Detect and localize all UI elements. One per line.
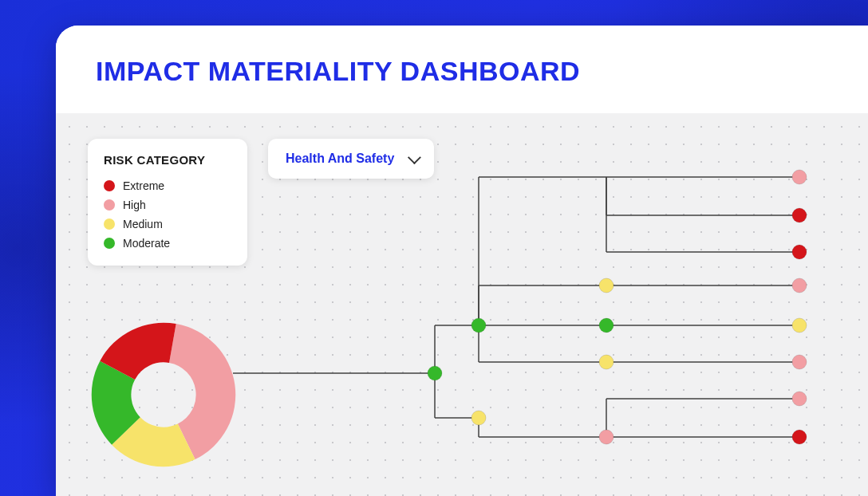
tree-node[interactable] bbox=[599, 318, 614, 333]
legend-item-label: High bbox=[123, 199, 146, 211]
legend-item: Moderate bbox=[104, 234, 231, 253]
risk-legend-card: RISK CATEGORY ExtremeHighMediumModerate bbox=[88, 139, 247, 266]
tree-node[interactable] bbox=[792, 278, 807, 293]
legend-swatch-icon bbox=[104, 180, 115, 191]
legend-item-label: Moderate bbox=[123, 237, 170, 250]
dashboard-body: RISK CATEGORY ExtremeHighMediumModerate … bbox=[56, 113, 868, 496]
legend-item-label: Medium bbox=[123, 218, 163, 230]
legend-swatch-icon bbox=[104, 218, 115, 230]
dashboard-header: IMPACT MATERIALITY DASHBOARD bbox=[56, 26, 868, 109]
legend-item: High bbox=[104, 195, 231, 215]
legend-swatch-icon bbox=[104, 199, 115, 211]
tree-node[interactable] bbox=[792, 170, 807, 184]
page-title: IMPACT MATERIALITY DASHBOARD bbox=[96, 56, 828, 87]
legend-item-label: Extreme bbox=[123, 179, 164, 192]
tree-node[interactable] bbox=[599, 355, 614, 369]
tree-node[interactable] bbox=[792, 355, 807, 369]
legend-item: Extreme bbox=[104, 176, 231, 195]
tree-node[interactable] bbox=[471, 411, 486, 425]
tree-node[interactable] bbox=[428, 366, 442, 380]
category-dropdown-label: Health And Safety bbox=[286, 152, 394, 166]
legend-swatch-icon bbox=[104, 238, 115, 249]
tree-node[interactable] bbox=[792, 392, 807, 406]
risk-donut-chart bbox=[88, 319, 239, 470]
tree-node[interactable] bbox=[471, 318, 486, 333]
tree-node[interactable] bbox=[792, 318, 807, 333]
tree-node[interactable] bbox=[792, 430, 807, 444]
legend-item: Medium bbox=[104, 215, 231, 234]
tree-node[interactable] bbox=[599, 278, 614, 293]
tree-node[interactable] bbox=[792, 245, 807, 259]
risk-legend-title: RISK CATEGORY bbox=[104, 153, 231, 167]
category-dropdown[interactable]: Health And Safety bbox=[268, 139, 434, 179]
dashboard-card: IMPACT MATERIALITY DASHBOARD RISK CATEGO… bbox=[56, 26, 868, 496]
tree-node[interactable] bbox=[599, 430, 614, 444]
chevron-down-icon bbox=[408, 151, 421, 164]
tree-node[interactable] bbox=[792, 208, 807, 222]
